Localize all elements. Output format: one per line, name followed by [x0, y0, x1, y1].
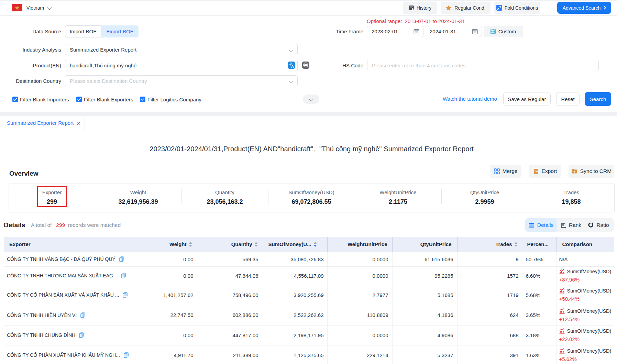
svg-text:A: A [291, 64, 294, 68]
